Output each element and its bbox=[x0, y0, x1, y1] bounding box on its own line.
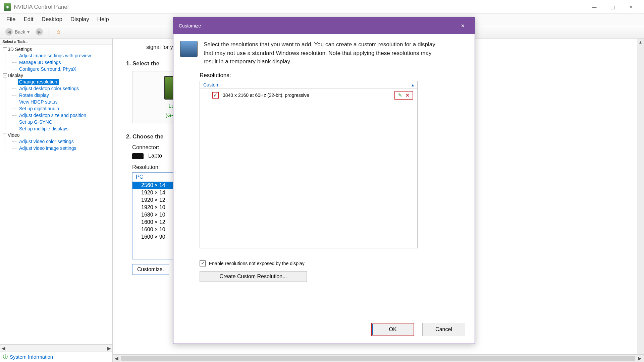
maximize-icon: ▢ bbox=[610, 4, 615, 10]
collapse-icon[interactable]: − bbox=[3, 133, 7, 137]
minimize-icon: — bbox=[592, 4, 597, 10]
scroll-right-icon[interactable]: ▶ bbox=[107, 346, 111, 351]
delete-icon: ✕ bbox=[406, 93, 410, 98]
dialog-title: Customize bbox=[179, 23, 201, 28]
home-icon: ⌂ bbox=[55, 28, 62, 36]
tree-item-desktop-size[interactable]: Adjust desktop size and position bbox=[10, 112, 112, 119]
sidebar-header: Select a Task... bbox=[0, 39, 112, 45]
system-information-link[interactable]: System Information bbox=[10, 354, 53, 360]
minimize-button[interactable]: — bbox=[585, 0, 603, 14]
entry-checkbox[interactable]: ✓ bbox=[212, 92, 219, 99]
resolutions-label: Resolutions: bbox=[200, 72, 465, 79]
edit-entry-button[interactable]: ✎ bbox=[396, 92, 404, 98]
tree-item-video-color[interactable]: Adjust video color settings bbox=[10, 138, 112, 145]
tree-item-hdcp[interactable]: View HDCP status bbox=[10, 99, 112, 105]
scroll-right-icon[interactable]: ▶ bbox=[638, 356, 642, 361]
tree-item-gsync[interactable]: Set up G-SYNC bbox=[10, 119, 112, 125]
scroll-thumb[interactable] bbox=[121, 356, 635, 361]
tree-item-video-image[interactable]: Adjust video image settings bbox=[10, 145, 112, 152]
tree-item-adjust-image[interactable]: Adjust image settings with preview bbox=[10, 52, 112, 59]
connector-icon bbox=[132, 153, 144, 159]
scroll-left-icon[interactable]: ◀ bbox=[115, 356, 118, 361]
tree-group-3d[interactable]: − 3D Settings bbox=[0, 46, 112, 52]
tree-item-color-settings[interactable]: Adjust desktop color settings bbox=[10, 85, 112, 92]
enable-checkbox[interactable]: ✓ bbox=[200, 260, 206, 266]
create-custom-resolution-button[interactable]: Create Custom Resolution... bbox=[200, 271, 307, 282]
main-window: ◉ NVIDIA Control Panel — ▢ ✕ File Edit D… bbox=[0, 0, 644, 362]
group-label-video: Video bbox=[8, 132, 20, 138]
pencil-icon: ✎ bbox=[398, 93, 402, 98]
enable-resolutions-row[interactable]: ✓ Enable resolutions not exposed by the … bbox=[200, 260, 465, 266]
enable-label: Enable resolutions not exposed by the di… bbox=[209, 261, 305, 266]
ok-button[interactable]: OK bbox=[371, 323, 414, 336]
menu-help[interactable]: Help bbox=[93, 15, 113, 24]
nvidia-icon: ◉ bbox=[4, 3, 11, 11]
menu-desktop[interactable]: Desktop bbox=[38, 15, 66, 24]
info-icon: ⓘ bbox=[3, 354, 8, 360]
titlebar: ◉ NVIDIA Control Panel — ▢ ✕ bbox=[0, 0, 644, 14]
dialog-monitor-icon bbox=[180, 41, 198, 57]
content-vscroll[interactable]: ▴ bbox=[637, 39, 644, 354]
sidebar: Select a Task... − 3D Settings Adjust im… bbox=[0, 39, 113, 362]
group-label-display: Display bbox=[8, 73, 23, 78]
system-info-row: ⓘ System Information bbox=[0, 352, 112, 362]
close-icon: ✕ bbox=[629, 4, 633, 10]
custom-group-label: Custom bbox=[203, 82, 219, 87]
entry-text: 3840 x 2160 at 60Hz (32-bit), progressiv… bbox=[223, 93, 309, 98]
window-title: NVIDIA Control Panel bbox=[14, 4, 68, 10]
content-hscroll[interactable]: ◀ ▶ bbox=[113, 354, 644, 362]
delete-entry-button[interactable]: ✕ bbox=[404, 92, 411, 98]
resolutions-listbox[interactable]: Custom ▴ ✓ 3840 x 2160 at 60Hz (32-bit),… bbox=[200, 81, 418, 248]
task-tree: − 3D Settings Adjust image settings with… bbox=[0, 45, 112, 344]
tree-item-rotate[interactable]: Rotate display bbox=[10, 92, 112, 99]
close-button[interactable]: ✕ bbox=[622, 0, 640, 14]
tree-item-multiple-displays[interactable]: Set up multiple displays bbox=[10, 125, 112, 132]
tree-item-digital-audio[interactable]: Set up digital audio bbox=[10, 105, 112, 112]
sidebar-hscroll[interactable]: ◀ ▶ bbox=[0, 344, 112, 352]
cancel-button[interactable]: Cancel bbox=[422, 323, 465, 336]
scroll-up-icon[interactable]: ▴ bbox=[637, 39, 644, 45]
collapse-icon[interactable]: − bbox=[3, 47, 7, 51]
tree-group-display[interactable]: − Display bbox=[0, 72, 112, 78]
back-dropdown-icon: ▾ bbox=[27, 29, 30, 35]
close-icon: ✕ bbox=[461, 23, 465, 28]
group-label-3d: 3D Settings bbox=[8, 47, 32, 52]
maximize-button[interactable]: ▢ bbox=[603, 0, 622, 14]
custom-resolution-entry[interactable]: ✓ 3840 x 2160 at 60Hz (32-bit), progress… bbox=[200, 89, 417, 102]
customize-dialog: Customize ✕ Select the resolutions that … bbox=[173, 17, 475, 344]
dialog-titlebar[interactable]: Customize ✕ bbox=[173, 17, 475, 34]
forward-icon: ▶ bbox=[36, 28, 43, 36]
tree-group-video[interactable]: − Video bbox=[0, 132, 112, 138]
tree-item-change-resolution[interactable]: Change resolution bbox=[10, 78, 112, 85]
menu-file[interactable]: File bbox=[2, 15, 19, 24]
tree-item-manage-3d[interactable]: Manage 3D settings bbox=[10, 59, 112, 66]
forward-button[interactable]: ▶ bbox=[33, 27, 46, 37]
custom-group-header[interactable]: Custom ▴ bbox=[200, 81, 417, 89]
back-icon: ◀ bbox=[5, 28, 13, 36]
back-button[interactable]: ◀ Back ▾ bbox=[2, 27, 33, 37]
collapse-icon[interactable]: − bbox=[3, 73, 7, 77]
scroll-left-icon[interactable]: ◀ bbox=[2, 346, 5, 351]
collapse-arrow-icon[interactable]: ▴ bbox=[412, 82, 414, 87]
home-button[interactable]: ⌂ bbox=[52, 27, 65, 37]
menu-edit[interactable]: Edit bbox=[19, 15, 37, 24]
connector-value: Lapto bbox=[148, 153, 162, 159]
dialog-close-button[interactable]: ✕ bbox=[457, 19, 469, 32]
back-label: Back bbox=[15, 29, 25, 35]
tree-item-surround[interactable]: Configure Surround, PhysX bbox=[10, 66, 112, 72]
menu-display[interactable]: Display bbox=[66, 15, 93, 24]
dialog-info-text: Select the resolutions that you want to … bbox=[204, 40, 445, 66]
customize-button[interactable]: Customize. bbox=[132, 264, 169, 275]
toolbar-separator bbox=[49, 27, 49, 36]
